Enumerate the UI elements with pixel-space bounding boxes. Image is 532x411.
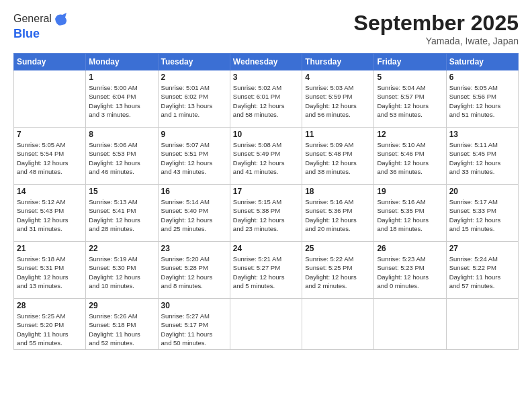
day-number: 13 — [449, 130, 515, 139]
day-info: Sunrise: 5:00 AM Sunset: 6:04 PM Dayligh… — [89, 83, 154, 119]
day-number: 17 — [233, 187, 299, 196]
week-row-2: 7Sunrise: 5:05 AM Sunset: 5:54 PM Daylig… — [14, 128, 519, 185]
logo: General Blue — [13, 11, 69, 41]
week-row-1: 1Sunrise: 5:00 AM Sunset: 6:04 PM Daylig… — [14, 71, 519, 128]
calendar-cell: 17Sunrise: 5:15 AM Sunset: 5:38 PM Dayli… — [230, 185, 302, 242]
calendar-cell: 23Sunrise: 5:20 AM Sunset: 5:28 PM Dayli… — [158, 242, 230, 299]
calendar-cell: 7Sunrise: 5:05 AM Sunset: 5:54 PM Daylig… — [14, 128, 86, 185]
day-info: Sunrise: 5:08 AM Sunset: 5:49 PM Dayligh… — [233, 140, 299, 176]
day-info: Sunrise: 5:25 AM Sunset: 5:20 PM Dayligh… — [17, 312, 83, 347]
day-number: 11 — [305, 130, 371, 139]
day-info: Sunrise: 5:27 AM Sunset: 5:17 PM Dayligh… — [161, 312, 227, 347]
calendar-cell — [446, 299, 518, 350]
calendar-cell — [302, 299, 374, 350]
calendar-cell: 26Sunrise: 5:23 AM Sunset: 5:23 PM Dayli… — [374, 242, 446, 299]
day-number: 24 — [233, 244, 299, 253]
weekday-thursday: Thursday — [302, 54, 374, 71]
day-number: 25 — [305, 244, 371, 253]
day-number: 28 — [17, 301, 83, 310]
calendar-cell: 30Sunrise: 5:27 AM Sunset: 5:17 PM Dayli… — [158, 299, 230, 350]
calendar-cell — [374, 299, 446, 350]
calendar-cell — [230, 299, 302, 350]
day-info: Sunrise: 5:05 AM Sunset: 5:56 PM Dayligh… — [449, 83, 515, 119]
month-title: September 2025 — [354, 11, 519, 36]
calendar-cell: 16Sunrise: 5:14 AM Sunset: 5:40 PM Dayli… — [158, 185, 230, 242]
calendar-cell: 10Sunrise: 5:08 AM Sunset: 5:49 PM Dayli… — [230, 128, 302, 185]
title-area: September 2025 Yamada, Iwate, Japan — [354, 11, 519, 46]
day-number: 21 — [17, 244, 83, 253]
day-number: 12 — [377, 130, 443, 139]
day-info: Sunrise: 5:21 AM Sunset: 5:27 PM Dayligh… — [233, 255, 299, 290]
calendar-cell: 8Sunrise: 5:06 AM Sunset: 5:53 PM Daylig… — [86, 128, 158, 185]
calendar-cell: 15Sunrise: 5:13 AM Sunset: 5:41 PM Dayli… — [86, 185, 158, 242]
day-info: Sunrise: 5:20 AM Sunset: 5:28 PM Dayligh… — [161, 255, 227, 290]
week-row-5: 28Sunrise: 5:25 AM Sunset: 5:20 PM Dayli… — [14, 299, 519, 350]
day-info: Sunrise: 5:24 AM Sunset: 5:22 PM Dayligh… — [449, 255, 515, 290]
day-number: 10 — [233, 130, 299, 139]
day-info: Sunrise: 5:13 AM Sunset: 5:41 PM Dayligh… — [89, 197, 154, 233]
day-info: Sunrise: 5:22 AM Sunset: 5:25 PM Dayligh… — [305, 255, 371, 290]
day-info: Sunrise: 5:26 AM Sunset: 5:18 PM Dayligh… — [89, 312, 154, 347]
day-number: 7 — [17, 130, 83, 139]
day-number: 22 — [89, 244, 154, 253]
day-number: 26 — [377, 244, 443, 253]
week-row-4: 21Sunrise: 5:18 AM Sunset: 5:31 PM Dayli… — [14, 242, 519, 299]
day-info: Sunrise: 5:23 AM Sunset: 5:23 PM Dayligh… — [377, 255, 443, 290]
calendar-cell: 20Sunrise: 5:17 AM Sunset: 5:33 PM Dayli… — [446, 185, 518, 242]
day-number: 5 — [377, 73, 443, 82]
day-number: 4 — [305, 73, 371, 82]
day-number: 23 — [161, 244, 227, 253]
day-number: 14 — [17, 187, 83, 196]
calendar-cell: 25Sunrise: 5:22 AM Sunset: 5:25 PM Dayli… — [302, 242, 374, 299]
calendar-cell: 1Sunrise: 5:00 AM Sunset: 6:04 PM Daylig… — [86, 71, 158, 128]
weekday-header-row: SundayMondayTuesdayWednesdayThursdayFrid… — [14, 54, 519, 71]
day-info: Sunrise: 5:07 AM Sunset: 5:51 PM Dayligh… — [161, 140, 227, 176]
day-number: 8 — [89, 130, 154, 139]
day-info: Sunrise: 5:04 AM Sunset: 5:57 PM Dayligh… — [377, 83, 443, 119]
day-number: 29 — [89, 301, 154, 310]
location: Yamada, Iwate, Japan — [354, 36, 519, 46]
day-info: Sunrise: 5:03 AM Sunset: 5:59 PM Dayligh… — [305, 83, 371, 119]
logo-general-text: General — [13, 13, 52, 25]
day-info: Sunrise: 5:02 AM Sunset: 6:01 PM Dayligh… — [233, 83, 299, 119]
day-info: Sunrise: 5:05 AM Sunset: 5:54 PM Dayligh… — [17, 140, 83, 176]
header: General Blue September 2025 Yamada, Iwat… — [13, 11, 519, 46]
weekday-friday: Friday — [374, 54, 446, 71]
day-info: Sunrise: 5:11 AM Sunset: 5:45 PM Dayligh… — [449, 140, 515, 176]
page-container: General Blue September 2025 Yamada, Iwat… — [0, 0, 532, 411]
calendar-cell: 24Sunrise: 5:21 AM Sunset: 5:27 PM Dayli… — [230, 242, 302, 299]
day-info: Sunrise: 5:15 AM Sunset: 5:38 PM Dayligh… — [233, 197, 299, 233]
day-number: 30 — [161, 301, 227, 310]
day-number: 20 — [449, 187, 515, 196]
calendar-cell: 5Sunrise: 5:04 AM Sunset: 5:57 PM Daylig… — [374, 71, 446, 128]
calendar-cell: 3Sunrise: 5:02 AM Sunset: 6:01 PM Daylig… — [230, 71, 302, 128]
day-info: Sunrise: 5:06 AM Sunset: 5:53 PM Dayligh… — [89, 140, 154, 176]
calendar-cell: 27Sunrise: 5:24 AM Sunset: 5:22 PM Dayli… — [446, 242, 518, 299]
day-number: 16 — [161, 187, 227, 196]
calendar-cell: 6Sunrise: 5:05 AM Sunset: 5:56 PM Daylig… — [446, 71, 518, 128]
logo-icon — [53, 11, 69, 27]
weekday-monday: Monday — [86, 54, 158, 71]
calendar-cell: 29Sunrise: 5:26 AM Sunset: 5:18 PM Dayli… — [86, 299, 158, 350]
calendar-cell: 14Sunrise: 5:12 AM Sunset: 5:43 PM Dayli… — [14, 185, 86, 242]
calendar-cell: 2Sunrise: 5:01 AM Sunset: 6:02 PM Daylig… — [158, 71, 230, 128]
logo-blue-text: Blue — [13, 27, 40, 40]
calendar: SundayMondayTuesdayWednesdayThursdayFrid… — [13, 53, 519, 350]
day-info: Sunrise: 5:10 AM Sunset: 5:46 PM Dayligh… — [377, 140, 443, 176]
calendar-cell: 28Sunrise: 5:25 AM Sunset: 5:20 PM Dayli… — [14, 299, 86, 350]
calendar-cell: 21Sunrise: 5:18 AM Sunset: 5:31 PM Dayli… — [14, 242, 86, 299]
calendar-cell: 11Sunrise: 5:09 AM Sunset: 5:48 PM Dayli… — [302, 128, 374, 185]
day-number: 2 — [161, 73, 227, 82]
day-info: Sunrise: 5:09 AM Sunset: 5:48 PM Dayligh… — [305, 140, 371, 176]
day-number: 18 — [305, 187, 371, 196]
day-info: Sunrise: 5:19 AM Sunset: 5:30 PM Dayligh… — [89, 255, 154, 290]
day-number: 1 — [89, 73, 154, 82]
day-info: Sunrise: 5:01 AM Sunset: 6:02 PM Dayligh… — [161, 83, 227, 119]
weekday-saturday: Saturday — [446, 54, 518, 71]
day-info: Sunrise: 5:12 AM Sunset: 5:43 PM Dayligh… — [17, 197, 83, 233]
day-info: Sunrise: 5:16 AM Sunset: 5:35 PM Dayligh… — [377, 197, 443, 233]
calendar-cell — [14, 71, 86, 128]
day-info: Sunrise: 5:18 AM Sunset: 5:31 PM Dayligh… — [17, 255, 83, 290]
calendar-cell: 12Sunrise: 5:10 AM Sunset: 5:46 PM Dayli… — [374, 128, 446, 185]
calendar-cell: 22Sunrise: 5:19 AM Sunset: 5:30 PM Dayli… — [86, 242, 158, 299]
